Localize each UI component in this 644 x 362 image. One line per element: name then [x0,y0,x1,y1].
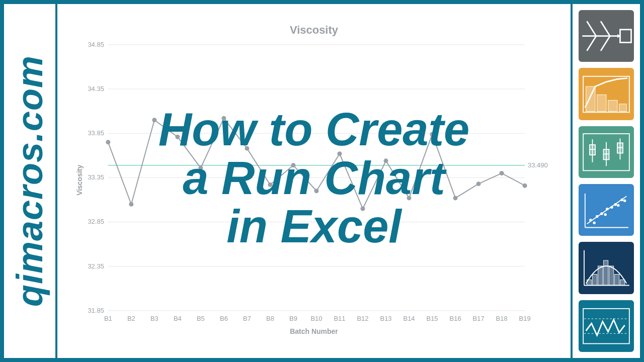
svg-point-46 [291,163,295,167]
svg-text:Viscosity: Viscosity [75,165,84,196]
svg-point-44 [245,146,249,151]
svg-rect-66 [597,95,606,112]
thumb-pareto[interactable] [579,68,634,120]
histogram-icon [579,242,634,294]
svg-text:B18: B18 [496,315,508,322]
thumb-run-chart[interactable] [579,300,634,352]
svg-text:B12: B12 [357,315,368,322]
svg-point-43 [221,116,226,121]
svg-point-86 [604,213,607,216]
svg-point-47 [314,189,318,193]
svg-text:B14: B14 [403,315,415,322]
svg-point-83 [593,222,596,225]
svg-point-45 [268,183,272,187]
svg-text:B8: B8 [266,315,274,322]
svg-point-82 [589,219,592,222]
svg-line-60 [601,21,610,36]
svg-point-54 [476,182,481,186]
svg-point-85 [600,212,603,215]
svg-text:B17: B17 [473,315,485,322]
video-thumbnail-frame: qimacros.com Viscosity31.8532.3532.8533.… [0,0,644,362]
svg-text:B11: B11 [334,315,345,322]
svg-text:B2: B2 [127,315,135,322]
run-chart: Viscosity31.8532.3532.8533.3533.8534.353… [72,19,555,343]
thumb-histogram[interactable] [579,242,634,294]
svg-point-51 [407,196,412,200]
svg-point-41 [175,135,180,139]
left-website-strip: qimacros.com [4,4,57,358]
svg-text:B5: B5 [197,315,205,322]
svg-point-89 [614,203,617,206]
svg-point-90 [617,204,620,207]
svg-text:Batch Number: Batch Number [290,327,338,335]
svg-text:B15: B15 [427,315,438,322]
svg-rect-67 [608,101,617,112]
svg-rect-100 [615,275,619,286]
svg-text:B13: B13 [380,315,391,322]
website-url: qimacros.com [9,55,50,307]
svg-line-62 [601,36,610,51]
svg-text:34.35: 34.35 [88,85,104,93]
thumb-fishbone[interactable] [579,10,634,62]
svg-line-61 [587,36,596,51]
svg-point-88 [610,206,613,209]
chart-svg: Viscosity31.8532.3532.8533.3533.8534.353… [73,20,555,341]
svg-point-42 [198,165,203,170]
svg-rect-71 [590,145,595,155]
svg-line-59 [587,21,596,36]
svg-text:B4: B4 [174,315,182,322]
svg-rect-96 [593,275,597,286]
svg-text:31.85: 31.85 [88,307,104,314]
svg-text:33.35: 33.35 [88,173,104,181]
svg-text:B19: B19 [519,315,531,322]
svg-point-91 [620,199,623,202]
scatter-icon [579,184,634,236]
svg-text:B6: B6 [220,315,228,322]
svg-rect-68 [619,104,627,112]
pareto-icon [579,68,634,120]
svg-point-50 [384,158,388,163]
svg-point-53 [453,196,458,200]
box-plot-icon [579,126,634,178]
svg-text:B16: B16 [450,315,461,322]
svg-text:34.85: 34.85 [88,41,104,48]
center-chart-area: Viscosity31.8532.3532.8533.3533.8534.353… [57,4,571,358]
svg-point-49 [361,207,365,211]
svg-point-56 [523,184,527,188]
svg-text:B10: B10 [310,315,322,322]
svg-point-55 [500,171,504,175]
svg-point-40 [152,118,156,122]
svg-text:B7: B7 [243,315,251,322]
right-chart-type-strip [571,4,640,358]
svg-point-39 [129,202,133,207]
svg-point-84 [596,215,599,218]
svg-rect-58 [620,30,631,43]
svg-text:33.490: 33.490 [528,161,548,169]
svg-text:B3: B3 [150,315,158,322]
svg-rect-99 [609,266,614,286]
fishbone-icon [579,10,634,62]
svg-text:32.35: 32.35 [88,262,104,270]
svg-point-52 [430,132,435,136]
run-chart-icon [579,300,634,352]
svg-text:B1: B1 [104,315,112,322]
thumb-box-plot[interactable] [579,126,634,178]
svg-point-92 [623,200,626,203]
svg-text:B9: B9 [289,315,297,322]
thumb-scatter[interactable] [579,184,634,236]
svg-point-87 [606,208,609,211]
svg-point-38 [106,140,110,144]
svg-rect-98 [604,260,608,286]
svg-rect-101 [620,280,625,286]
svg-text:33.85: 33.85 [88,129,104,137]
svg-text:32.85: 32.85 [88,218,104,225]
svg-point-48 [338,151,342,156]
svg-text:Viscosity: Viscosity [290,24,339,36]
